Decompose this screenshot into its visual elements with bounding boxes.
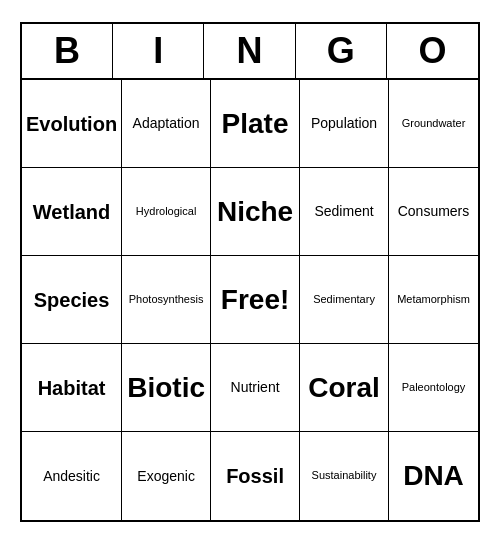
cell-label: Fossil: [226, 464, 284, 488]
bingo-cell: Andesitic: [22, 432, 122, 520]
cell-label: Adaptation: [133, 115, 200, 132]
cell-label: Plate: [222, 107, 289, 141]
cell-label: Biotic: [127, 371, 205, 405]
bingo-cell: Exogenic: [122, 432, 211, 520]
cell-label: Andesitic: [43, 468, 100, 485]
bingo-card: BINGO EvolutionAdaptationPlatePopulation…: [20, 22, 480, 522]
cell-label: Habitat: [38, 376, 106, 400]
cell-label: Sedimentary: [313, 293, 375, 306]
bingo-cell: Nutrient: [211, 344, 300, 432]
bingo-header-letter: N: [204, 24, 295, 78]
cell-label: Sediment: [314, 203, 373, 220]
bingo-cell: Niche: [211, 168, 300, 256]
bingo-cell: Sedimentary: [300, 256, 389, 344]
cell-label: DNA: [403, 459, 464, 493]
cell-label: Niche: [217, 195, 293, 229]
bingo-cell: Consumers: [389, 168, 478, 256]
cell-label: Evolution: [26, 112, 117, 136]
cell-label: Photosynthesis: [129, 293, 204, 306]
bingo-header-letter: I: [113, 24, 204, 78]
bingo-header-letter: G: [296, 24, 387, 78]
bingo-cell: Photosynthesis: [122, 256, 211, 344]
bingo-cell: Evolution: [22, 80, 122, 168]
cell-label: Wetland: [33, 200, 110, 224]
bingo-grid: EvolutionAdaptationPlatePopulationGround…: [22, 80, 478, 520]
bingo-header-letter: O: [387, 24, 478, 78]
bingo-cell: Biotic: [122, 344, 211, 432]
bingo-cell: Coral: [300, 344, 389, 432]
bingo-cell: Groundwater: [389, 80, 478, 168]
bingo-header-letter: B: [22, 24, 113, 78]
bingo-cell: Population: [300, 80, 389, 168]
cell-label: Metamorphism: [397, 293, 470, 306]
bingo-cell: Free!: [211, 256, 300, 344]
cell-label: Sustainability: [312, 469, 377, 482]
bingo-cell: Plate: [211, 80, 300, 168]
cell-label: Paleontology: [402, 381, 466, 394]
cell-label: Nutrient: [231, 379, 280, 396]
bingo-cell: Sediment: [300, 168, 389, 256]
bingo-cell: Hydrological: [122, 168, 211, 256]
bingo-cell: Fossil: [211, 432, 300, 520]
bingo-cell: Habitat: [22, 344, 122, 432]
cell-label: Coral: [308, 371, 380, 405]
bingo-cell: Metamorphism: [389, 256, 478, 344]
bingo-cell: Adaptation: [122, 80, 211, 168]
cell-label: Consumers: [398, 203, 470, 220]
bingo-cell: Species: [22, 256, 122, 344]
cell-label: Population: [311, 115, 377, 132]
bingo-cell: Wetland: [22, 168, 122, 256]
cell-label: Free!: [221, 283, 289, 317]
bingo-header: BINGO: [22, 24, 478, 80]
bingo-cell: DNA: [389, 432, 478, 520]
cell-label: Groundwater: [402, 117, 466, 130]
bingo-cell: Paleontology: [389, 344, 478, 432]
bingo-cell: Sustainability: [300, 432, 389, 520]
cell-label: Exogenic: [137, 468, 195, 485]
cell-label: Hydrological: [136, 205, 197, 218]
cell-label: Species: [34, 288, 110, 312]
